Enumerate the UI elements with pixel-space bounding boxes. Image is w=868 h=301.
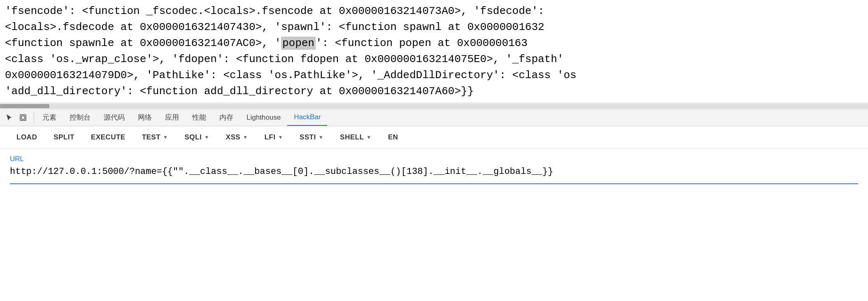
url-label: URL — [10, 155, 858, 163]
devtools-toolbar: 元素 控制台 源代码 网络 应用 性能 内存 Lighthouse HackBa… — [0, 109, 868, 126]
highlighted-word: popen — [281, 37, 316, 50]
scrollbar-track[interactable] — [0, 104, 868, 108]
code-line-3: <function spawnle at 0x0000016321407AC0>… — [5, 35, 863, 51]
tab-application[interactable]: 应用 — [158, 109, 186, 126]
load-button[interactable]: LOAD — [8, 130, 45, 145]
svg-rect-1 — [21, 116, 25, 119]
url-underline — [10, 183, 858, 184]
lfi-dropdown-arrow: ▼ — [278, 134, 283, 140]
sqli-dropdown-arrow: ▼ — [204, 134, 209, 140]
xss-button[interactable]: XSS ▼ — [218, 130, 256, 145]
en-button[interactable]: EN — [380, 130, 407, 145]
svg-rect-0 — [20, 115, 26, 120]
tab-lighthouse[interactable]: Lighthouse — [240, 109, 287, 126]
devtools-icon-group — [3, 112, 34, 123]
cursor-icon[interactable] — [3, 112, 15, 123]
code-line-1: 'fsencode': <function _fscodec.<locals>.… — [5, 3, 863, 19]
tab-performance[interactable]: 性能 — [186, 109, 213, 126]
shell-button[interactable]: SHELL ▼ — [332, 130, 380, 145]
lfi-button[interactable]: LFI ▼ — [256, 130, 291, 145]
ssti-button[interactable]: SSTI ▼ — [291, 130, 332, 145]
inspect-icon[interactable] — [17, 112, 29, 123]
horizontal-scrollbar[interactable] — [0, 103, 868, 109]
xss-dropdown-arrow: ▼ — [243, 134, 248, 140]
devtools-tabs: 元素 控制台 源代码 网络 应用 性能 内存 Lighthouse HackBa… — [36, 109, 327, 126]
split-button[interactable]: SPLIT — [45, 130, 83, 145]
tab-sources[interactable]: 源代码 — [97, 109, 131, 126]
code-line-6: 'add_dll_directory': <function add_dll_d… — [5, 83, 863, 100]
tab-network[interactable]: 网络 — [131, 109, 158, 126]
url-section: URL http://127.0.0.1:5000/?name={{"".__c… — [0, 148, 868, 191]
shell-dropdown-arrow: ▼ — [366, 134, 371, 140]
tab-memory[interactable]: 内存 — [213, 109, 240, 126]
hackbar-toolbar: LOAD SPLIT EXECUTE TEST ▼ SQLI ▼ XSS ▼ L… — [0, 126, 868, 148]
code-output-area: 'fsencode': <function _fscodec.<locals>.… — [0, 0, 868, 103]
ssti-dropdown-arrow: ▼ — [319, 134, 323, 140]
test-button[interactable]: TEST ▼ — [134, 130, 177, 145]
code-line-5: 0x000000163214079D0>, 'PathLike': <class… — [5, 67, 863, 83]
scrollbar-thumb[interactable] — [0, 104, 49, 108]
tab-console[interactable]: 控制台 — [63, 109, 97, 126]
sqli-button[interactable]: SQLI ▼ — [176, 130, 217, 145]
code-line-4: <class 'os._wrap_close'>, 'fdopen': <fun… — [5, 51, 863, 67]
test-dropdown-arrow: ▼ — [163, 134, 168, 140]
tab-elements[interactable]: 元素 — [36, 109, 63, 126]
code-line-2: <locals>.fsdecode at 0x0000016321407430>… — [5, 19, 863, 35]
execute-button[interactable]: EXECUTE — [83, 130, 134, 145]
url-value: http://127.0.0.1:5000/?name={{"".__class… — [10, 166, 858, 178]
tab-hackbar[interactable]: HackBar — [287, 109, 327, 126]
